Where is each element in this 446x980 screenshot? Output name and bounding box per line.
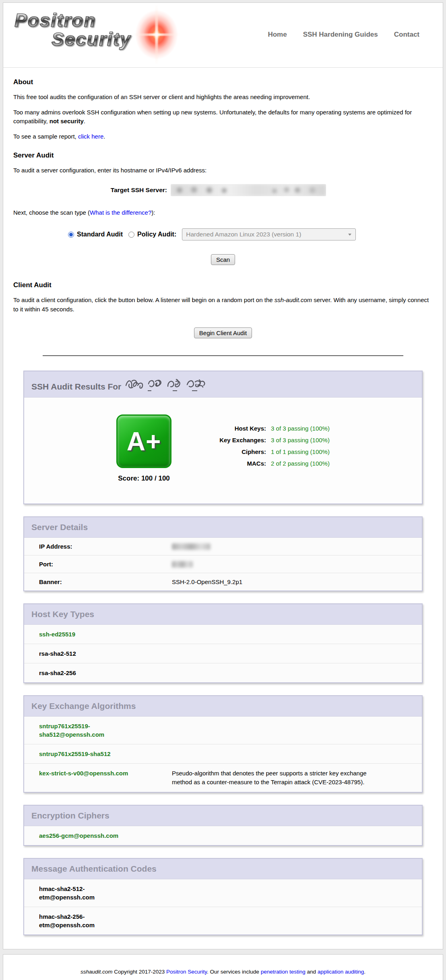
algorithm-name: hmac-sha2-512- etm@openssh.com [39, 885, 172, 901]
stat-label: MACs: [206, 460, 266, 467]
results-body: A+ Score: 100 / 100 Host Keys: 3 of 3 pa… [24, 397, 422, 503]
server-details-title: Server Details [24, 517, 422, 537]
score-text: Score: 100 / 100 [116, 474, 171, 483]
encryption-ciphers-title: Encryption Ciphers [24, 806, 422, 826]
nav-contact[interactable]: Contact [394, 31, 419, 39]
mac-row: hmac-sha2-256- etm@openssh.com [24, 907, 422, 934]
page-content: About This free tool audits the configur… [3, 78, 443, 356]
standard-audit-radio[interactable] [68, 232, 74, 238]
target-server-label: Target SSH Server: [13, 186, 171, 194]
stat-label: Key Exchanges: [206, 437, 266, 443]
policy-select[interactable]: Hardened Amazon Linux 2023 (version 1) [182, 228, 356, 240]
page: Positron Security Home SSH Hardening Gui… [0, 2, 446, 980]
footer-text: . [364, 969, 365, 975]
scan-type-before: Next, choose the scan type ( [13, 209, 90, 216]
encryption-ciphers-panel: Encryption Ciphers aes256-gcm@openssh.co… [23, 805, 423, 846]
scan-type-options: Standard Audit Policy Audit: Hardened Am… [68, 228, 433, 240]
stat-value: 3 of 3 passing (100%) [271, 437, 330, 443]
site-header: Positron Security Home SSH Hardening Gui… [3, 3, 443, 68]
algorithm-name: kex-strict-s-v00@openssh.com [39, 769, 172, 787]
stat-value: 2 of 2 passing (100%) [271, 460, 330, 467]
about-heading: About [13, 78, 433, 86]
logo-line1: Positron [14, 10, 96, 31]
host-key-row: rsa-sha2-256 [24, 663, 422, 682]
client-audit-heading: Client Audit [13, 281, 433, 289]
scan-type-after: ): [151, 209, 155, 216]
macs-panel: Message Authentication Codes hmac-sha2-5… [23, 858, 423, 935]
results-panel: SSH Audit Results For [23, 371, 423, 504]
sample-report-period: . [103, 133, 105, 140]
ssh-audit-domain: ssh-audit.com [275, 296, 312, 303]
detail-row-banner: Banner: SSH-2.0-OpenSSH_9.2p1 [24, 573, 422, 590]
key-exchange-title: Key Exchange Algorithms [24, 696, 422, 716]
macs-title: Message Authentication Codes [24, 859, 422, 879]
redacted-ip-blur [172, 543, 211, 550]
policy-audit-label[interactable]: Policy Audit: [137, 231, 176, 238]
chevron-down-icon [348, 234, 351, 236]
results-panel-title: SSH Audit Results For [24, 371, 422, 397]
algorithm-name: ssh-ed25519 [39, 630, 172, 638]
kex-row: sntrup761x25519-sha512 [24, 744, 422, 763]
banner-value: SSH-2.0-OpenSSH_9.2p1 [172, 578, 242, 585]
penetration-testing-link[interactable]: penetration testing [261, 969, 306, 975]
main-content-box: Positron Security Home SSH Hardening Gui… [3, 2, 443, 949]
policy-select-value: Hardened Amazon Linux 2023 (version 1) [186, 231, 301, 238]
grade-column: A+ Score: 100 / 100 [116, 414, 171, 483]
about-p2-bold: not security [50, 118, 84, 124]
about-paragraph-1: This free tool audits the configuration … [13, 93, 433, 102]
client-audit-text-1: To audit a client configuration, click t… [13, 296, 275, 303]
footer-text: Copyright 2017-2023 [112, 969, 166, 975]
site-footer: sshaudit.com Copyright 2017-2023 Positro… [3, 954, 443, 980]
section-divider [43, 355, 403, 356]
about-paragraph-2: Too many admins overlook SSH configurati… [13, 108, 433, 126]
nav-home[interactable]: Home [268, 31, 287, 39]
redacted-hostname-scribble [124, 377, 207, 392]
algorithm-name: rsa-sha2-512 [39, 649, 172, 658]
target-server-input[interactable] [171, 184, 326, 196]
redacted-hostname-blur [171, 184, 326, 196]
detail-label: IP Address: [39, 543, 172, 550]
policy-audit-radio[interactable] [128, 232, 134, 238]
footer-text: . Our services include [207, 969, 261, 975]
detail-row-port: Port: [24, 555, 422, 573]
grade-letter: A+ [127, 427, 161, 456]
positron-security-link[interactable]: Positron Security [166, 969, 207, 975]
scan-button[interactable]: Scan [211, 254, 235, 265]
stat-row-ciphers: Ciphers: 1 of 1 passing (100%) [206, 448, 330, 455]
scan-type-text: Next, choose the scan type (What is the … [13, 208, 433, 218]
sample-report-text: To see a sample report, [13, 133, 78, 140]
client-audit-paragraph: To audit a client configuration, click t… [13, 296, 433, 314]
detail-row-ip: IP Address: [24, 537, 422, 555]
nav-ssh-hardening-guides[interactable]: SSH Hardening Guides [303, 31, 378, 39]
application-auditing-link[interactable]: application auditing [318, 969, 364, 975]
stat-row-macs: MACs: 2 of 2 passing (100%) [206, 460, 330, 467]
algorithm-description: Pseudo-algorithm that denotes the peer s… [172, 769, 383, 787]
logo-line2: Security [52, 29, 131, 50]
stats-column: Host Keys: 3 of 3 passing (100%) Key Exc… [206, 414, 330, 483]
standard-audit-label[interactable]: Standard Audit [77, 231, 123, 238]
footer-line-1: sshaudit.com Copyright 2017-2023 Positro… [7, 969, 439, 975]
stat-row-host-keys: Host Keys: 3 of 3 passing (100%) [206, 425, 330, 432]
sample-report-link[interactable]: click here [78, 133, 103, 140]
target-server-row: Target SSH Server: [13, 184, 433, 196]
server-audit-heading: Server Audit [13, 151, 433, 160]
server-details-panel: Server Details IP Address: Port: Banner:… [23, 516, 423, 591]
begin-client-audit-button[interactable]: Begin Client Audit [194, 327, 252, 338]
about-p2-period: . [84, 118, 85, 124]
mac-row: hmac-sha2-512- etm@openssh.com [24, 879, 422, 907]
what-is-difference-link[interactable]: What is the difference? [90, 209, 151, 216]
footer-domain: sshaudit.com [81, 969, 113, 975]
host-key-types-panel: Host Key Types ssh-ed25519 rsa-sha2-512 … [23, 603, 423, 683]
kex-row: sntrup761x25519- sha512@openssh.com [24, 716, 422, 744]
algorithm-name: sntrup761x25519-sha512 [39, 750, 172, 758]
algorithm-name: aes256-gcm@openssh.com [39, 831, 172, 840]
algorithm-name: hmac-sha2-256- etm@openssh.com [39, 912, 172, 929]
stat-value: 1 of 1 passing (100%) [271, 448, 330, 455]
footer-text: and [306, 969, 318, 975]
algorithm-name: rsa-sha2-256 [39, 669, 172, 677]
stat-row-key-exchanges: Key Exchanges: 3 of 3 passing (100%) [206, 437, 330, 443]
about-paragraph-3: To see a sample report, click here. [13, 132, 433, 141]
stat-label: Ciphers: [206, 448, 266, 455]
kex-row: kex-strict-s-v00@openssh.com Pseudo-algo… [24, 763, 422, 792]
detail-label: Port: [39, 561, 172, 568]
